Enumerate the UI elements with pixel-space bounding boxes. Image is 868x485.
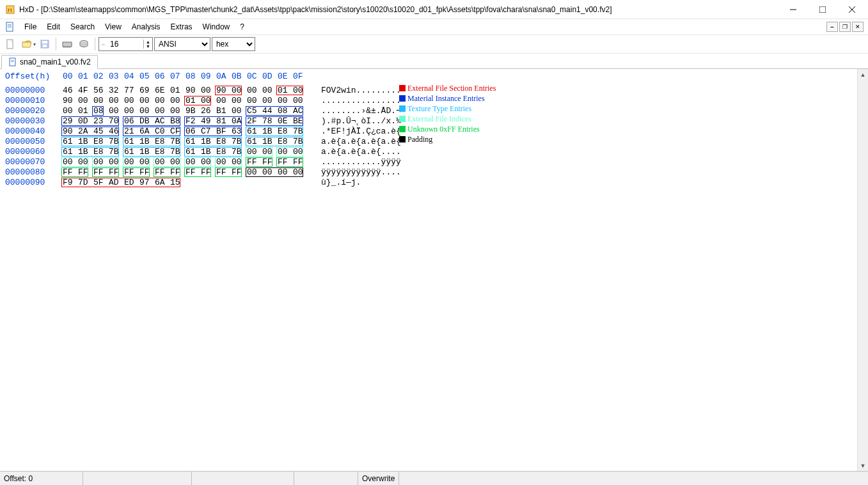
maximize-button[interactable]: [808, 0, 837, 19]
hex-row[interactable]: 0000001090000000000000000100000000000000…: [5, 96, 863, 106]
hex-row[interactable]: 00000060611BE87B611BE87B611BE87B00000000…: [5, 147, 863, 157]
svg-rect-7: [8, 24, 12, 25]
ascii-dump[interactable]: ù}_.í—j.: [321, 178, 361, 188]
hex-byte[interactable]: 00: [155, 106, 170, 116]
close-button[interactable]: [837, 0, 867, 19]
menu-extras[interactable]: Extras: [166, 20, 198, 33]
svg-rect-22: [11, 60, 14, 61]
app-icon: H: [5, 4, 15, 15]
bytes-per-row-field[interactable]: ↔ ▲ ▼: [99, 37, 153, 51]
spin-up-button[interactable]: ▲: [144, 40, 152, 44]
hex-byte[interactable]: 00: [109, 96, 124, 106]
hex-byte[interactable]: 90: [185, 86, 201, 96]
hex-byte[interactable]: 00: [139, 106, 155, 116]
hex-byte[interactable]: 01: [78, 106, 93, 116]
ascii-dump[interactable]: ................: [321, 96, 401, 106]
hex-byte[interactable]: 6E: [155, 86, 170, 96]
new-file-button[interactable]: [3, 36, 18, 52]
menu-window[interactable]: Window: [198, 20, 235, 33]
hex-byte[interactable]: 00: [232, 96, 247, 106]
hex-byte[interactable]: 00: [93, 96, 109, 106]
document-icon: [5, 22, 15, 32]
ascii-dump[interactable]: a.è{a.è{a.è{a.è{: [321, 137, 401, 147]
ascii-dump[interactable]: ÿÿÿÿÿÿÿÿÿÿÿÿ....: [321, 167, 401, 178]
highlight-box: [92, 167, 119, 177]
hex-row[interactable]: 00000070000000000000000000000000FFFFFFFF…: [5, 157, 863, 167]
hex-byte[interactable]: B1: [216, 106, 232, 116]
hex-byte[interactable]: 4F: [78, 86, 93, 96]
vertical-scrollbar[interactable]: ▲ ▼: [857, 69, 868, 471]
hex-byte[interactable]: 77: [124, 86, 139, 96]
hex-row[interactable]: 00000030290D237006DBACB8F249810A2F780EBE…: [5, 116, 863, 127]
hex-row[interactable]: 00000040902A4546216AC0CF06C7BF63611BE87B…: [5, 127, 863, 137]
menu-edit[interactable]: Edit: [42, 20, 65, 33]
save-button[interactable]: [37, 36, 52, 52]
hex-byte[interactable]: 56: [93, 86, 109, 96]
mdi-restore-button[interactable]: ❐: [839, 22, 851, 32]
ascii-dump[interactable]: ............ÿÿÿÿ: [321, 157, 401, 167]
status-offset: Offset: 0: [0, 472, 83, 485]
open-file-button[interactable]: [19, 36, 35, 52]
ascii-dump[interactable]: ).#p.Û¬¸òI../x.¾: [321, 116, 401, 127]
hex-byte[interactable]: 00: [262, 96, 278, 106]
highlight-box: [184, 127, 242, 136]
hex-byte[interactable]: 00: [155, 96, 170, 106]
scroll-down-button[interactable]: ▼: [858, 460, 868, 471]
hex-byte[interactable]: 00: [109, 106, 124, 116]
hex-byte[interactable]: 00: [247, 86, 262, 96]
spin-down-button[interactable]: ▼: [144, 44, 152, 49]
menu-help[interactable]: ?: [235, 20, 249, 33]
hex-byte[interactable]: 00: [216, 96, 232, 106]
hex-byte[interactable]: 00: [170, 96, 185, 106]
menu-search[interactable]: Search: [65, 20, 100, 33]
hex-byte[interactable]: 9B: [185, 106, 201, 116]
scroll-up-button[interactable]: ▲: [858, 69, 868, 80]
hex-row[interactable]: 00000050611BE87B611BE87B611BE87B611BE87B…: [5, 137, 863, 147]
hex-row[interactable]: 00000080FFFFFFFFFFFFFFFFFFFFFFFF00000000…: [5, 167, 863, 178]
open-disk-button[interactable]: [76, 36, 91, 52]
hex-row[interactable]: 00000090F97D5FADED976A15ù}_.í—j.: [5, 178, 863, 188]
ascii-dump[interactable]: .*EF!jÀÏ.Ç¿ca.è{: [321, 127, 401, 137]
highlight-box: [184, 137, 242, 146]
ascii-dump[interactable]: a.è{a.è{a.è{....: [321, 147, 401, 157]
hex-byte[interactable]: 69: [139, 86, 155, 96]
hex-row[interactable]: 0000002000010800000000009B26B100C54408AC…: [5, 106, 863, 116]
hex-byte[interactable]: 00: [247, 96, 262, 106]
menu-view[interactable]: View: [100, 20, 127, 33]
mdi-minimize-button[interactable]: ‒: [826, 22, 838, 32]
scroll-track[interactable]: [858, 80, 868, 460]
hex-byte[interactable]: 00: [201, 86, 216, 96]
highlight-box: [246, 127, 303, 136]
hex-row[interactable]: 00000000464F563277696E019000900000000100…: [5, 86, 863, 96]
hex-byte[interactable]: 32: [109, 86, 124, 96]
hex-byte[interactable]: 00: [278, 96, 293, 106]
hex-byte[interactable]: 00: [124, 96, 139, 106]
hex-byte[interactable]: 00: [170, 106, 185, 116]
menu-file[interactable]: File: [19, 20, 42, 33]
ascii-dump[interactable]: ........›&±.ÅD.¬: [321, 106, 401, 116]
hex-byte[interactable]: 00: [63, 106, 78, 116]
hex-byte[interactable]: 00: [124, 106, 139, 116]
mdi-close-button[interactable]: ✕: [852, 22, 864, 32]
hex-byte[interactable]: 00: [78, 96, 93, 106]
hex-byte[interactable]: 26: [201, 106, 216, 116]
ascii-dump[interactable]: FOV2win.........: [321, 86, 401, 96]
hex-byte[interactable]: 01: [170, 86, 185, 96]
bytes-per-row-input[interactable]: [107, 38, 143, 50]
window-title: HxD - [D:\Steam\steamapps\common\MGS_TPP…: [19, 5, 778, 14]
highlight-box: [276, 157, 303, 167]
hex-byte[interactable]: 46: [63, 86, 78, 96]
hex-byte[interactable]: 00: [293, 96, 308, 106]
svg-rect-3: [819, 6, 826, 13]
hex-editor[interactable]: Offset(h)000102030405060708090A0B0C0D0E0…: [0, 69, 868, 471]
hex-byte[interactable]: 90: [63, 96, 78, 106]
base-select[interactable]: hex: [212, 37, 255, 51]
tab-file[interactable]: sna0_main1_v00.fv2: [1, 55, 98, 69]
hex-byte[interactable]: 00: [262, 86, 278, 96]
hex-byte[interactable]: 00: [139, 96, 155, 106]
hex-byte[interactable]: 00: [232, 106, 247, 116]
menu-analysis[interactable]: Analysis: [127, 20, 166, 33]
open-ram-button[interactable]: [59, 36, 75, 52]
encoding-select[interactable]: ANSI: [154, 37, 210, 51]
minimize-button[interactable]: [778, 0, 808, 19]
